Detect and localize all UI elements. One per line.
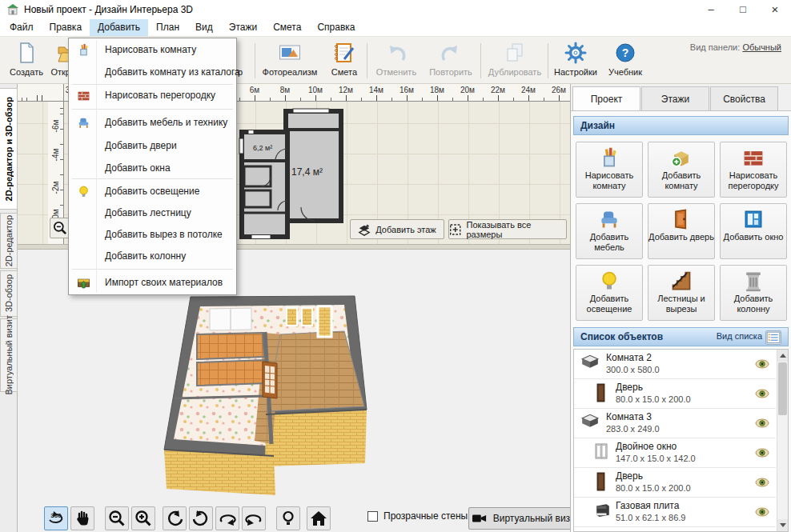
home-view-button[interactable]: [307, 506, 331, 530]
menu-help[interactable]: Справка: [309, 19, 363, 36]
zoom-in-button[interactable]: [131, 506, 155, 530]
virtual-tour-button[interactable]: Виртуальный визит: [468, 507, 570, 530]
create-button[interactable]: Создать: [6, 39, 46, 82]
add-column-button[interactable]: Добавить колонну: [720, 265, 787, 321]
scroll-up-button[interactable]: [777, 350, 789, 362]
camera-icon: [472, 511, 488, 526]
design-section-header: Дизайн: [573, 116, 789, 135]
ruler-label: 26м: [548, 86, 569, 94]
menu-add[interactable]: Добавить: [90, 19, 148, 36]
add-window-button[interactable]: Добавить окно: [720, 203, 787, 259]
scroll-down-button[interactable]: [777, 519, 789, 531]
visibility-eye-icon[interactable]: [755, 448, 769, 458]
menu-view[interactable]: Вид: [187, 19, 221, 36]
tab-project[interactable]: Проект: [572, 86, 640, 111]
menu-floors[interactable]: Этажи: [221, 19, 265, 36]
rotate-360-button[interactable]: 360: [44, 506, 68, 530]
menu-file[interactable]: Файл: [2, 19, 42, 36]
tab-floors[interactable]: Этажи: [641, 86, 709, 111]
toolbar-separator: [480, 43, 481, 78]
list-item-door[interactable]: Дверь 80.0 x 15.0 x 200.0: [574, 379, 776, 409]
draw-partition-button[interactable]: Нарисовать перегородку: [720, 142, 787, 198]
add-floor-button[interactable]: Добавить этаж: [350, 219, 444, 239]
menu-edit[interactable]: Правка: [42, 19, 90, 36]
lighting-button[interactable]: [276, 506, 300, 530]
list-item-stove[interactable]: Газовая плита 51.0 x 62.1 x 86.9: [574, 498, 776, 527]
menu-estimate[interactable]: Смета: [265, 19, 309, 36]
visibility-eye-icon[interactable]: [755, 359, 769, 369]
rotate-up-button[interactable]: [163, 506, 187, 530]
menu-item-draw-room[interactable]: Нарисовать комнату: [70, 39, 235, 61]
menu-item-import-materials[interactable]: Импорт своих материалов: [70, 272, 235, 294]
pan-button[interactable]: [70, 506, 94, 530]
ruler-label: 6м: [244, 86, 265, 94]
stairs-openings-button[interactable]: Лестницы и вырезы: [648, 265, 715, 321]
gear-icon: [564, 41, 588, 65]
list-item-room[interactable]: Комната 3 283.0 x 249.0: [574, 409, 776, 438]
settings-button[interactable]: Настройки: [551, 39, 600, 82]
list-item-room[interactable]: Комната 7: [574, 527, 776, 532]
tab-3d-view[interactable]: 3D-обзор: [0, 270, 18, 317]
menu-item-add-room-catalog[interactable]: Добавить комнату из каталога: [70, 62, 235, 83]
list-view-button[interactable]: [765, 330, 781, 345]
transparent-walls-option[interactable]: Прозрачные стены: [367, 510, 468, 522]
toolbar-separator: [548, 43, 548, 78]
menu-item-add-column[interactable]: Добавить колонну: [70, 246, 235, 267]
stairs-icon: [669, 270, 694, 292]
draw-room-button[interactable]: Нарисовать комнату: [576, 142, 643, 198]
menu-item-add-ceiling-cutout[interactable]: Добавить вырез в потолке: [70, 224, 235, 246]
tab-virtual-visit[interactable]: Виртуальный визит: [0, 318, 18, 392]
apartment-3d-render: [130, 282, 394, 502]
menu-item-add-stairs[interactable]: Добавить лестницу: [70, 202, 235, 224]
objects-list: Комната 2 300.0 x 580.0 Дверь 80.0 x 15.…: [573, 349, 789, 532]
front-wall-left: [164, 450, 275, 495]
visibility-eye-icon[interactable]: [755, 389, 769, 398]
visibility-eye-icon[interactable]: [755, 507, 769, 517]
visibility-eye-icon[interactable]: [755, 418, 769, 428]
svg-text:?: ?: [622, 46, 629, 59]
photorealism-button[interactable]: Фотореализм: [258, 39, 322, 82]
brick-wall-icon: [77, 89, 90, 102]
close-button[interactable]: ×: [759, 0, 791, 19]
zoom-out-button[interactable]: [105, 506, 129, 530]
redo-button[interactable]: Повторить: [424, 39, 477, 82]
undo-button[interactable]: Отменить: [371, 39, 421, 82]
rotate-vertical-ccw-icon: [165, 509, 184, 528]
orbit-right-button[interactable]: [242, 506, 266, 530]
duplicate-button[interactable]: Дублировать: [485, 39, 544, 82]
list-item-room[interactable]: Комната 2 300.0 x 580.0: [574, 350, 776, 379]
minimize-button[interactable]: –: [695, 0, 727, 19]
tab-properties[interactable]: Свойства: [710, 86, 778, 111]
visibility-eye-icon[interactable]: [755, 478, 769, 487]
add-lighting-button[interactable]: Добавить освещение: [576, 265, 643, 321]
add-furniture-button[interactable]: Добавить мебель: [576, 203, 643, 259]
transparent-walls-checkbox[interactable]: [367, 511, 378, 522]
tab-2d-3d[interactable]: 2D-редактор и 3D-обзор: [0, 88, 18, 210]
ruler-label: 8м: [275, 86, 295, 94]
panel-view-value[interactable]: Обычный: [742, 42, 781, 52]
menu-item-add-doors[interactable]: Добавить двери: [70, 135, 235, 157]
add-room-icon: [669, 146, 694, 169]
plan-window: [239, 138, 243, 154]
show-all-sizes-button[interactable]: Показывать все размеры: [448, 219, 567, 239]
orbit-left-button[interactable]: [215, 506, 239, 530]
tutorial-button[interactable]: ? Учебник: [604, 39, 647, 82]
list-item-window[interactable]: Двойное окно 147.0 x 15.0 x 142.0: [574, 438, 776, 468]
list-item-door[interactable]: Дверь 80.0 x 15.0 x 200.0: [574, 468, 776, 498]
add-room-button[interactable]: Добавить комнату: [648, 142, 715, 198]
menu-item-add-lighting[interactable]: Добавить освещение: [70, 181, 235, 202]
list-scrollbar[interactable]: [777, 350, 788, 531]
menu-plan[interactable]: План: [148, 19, 187, 36]
tab-2d-editor[interactable]: 2D-редактор: [0, 213, 18, 269]
menu-item-add-windows[interactable]: Добавить окна: [70, 158, 235, 179]
estimate-button[interactable]: Смета: [325, 39, 363, 82]
menu-item-add-furniture[interactable]: Добавить мебель и технику: [70, 112, 235, 134]
rotate-down-button[interactable]: [189, 506, 213, 530]
floor-plan-2d[interactable]: 6,2 м² 17,4 м²: [239, 105, 346, 242]
scrollbar-thumb[interactable]: [778, 362, 787, 415]
panel-view-selector[interactable]: Вид панели: Обычный: [690, 42, 781, 52]
menu-item-draw-partition[interactable]: Нарисовать перегородку: [70, 85, 235, 106]
maximize-button[interactable]: □: [727, 0, 759, 19]
add-door-button[interactable]: Добавить дверь: [648, 203, 715, 259]
pencil-cup-icon: [596, 146, 622, 169]
